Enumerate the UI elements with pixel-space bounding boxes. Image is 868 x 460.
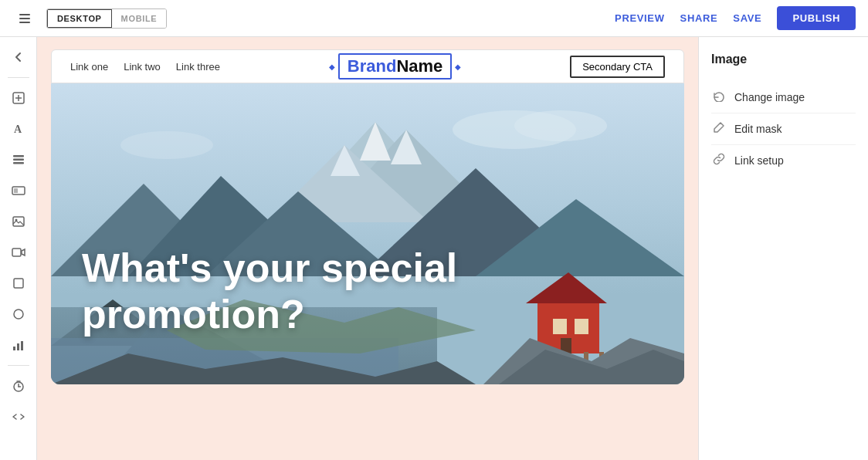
svg-rect-12 [13, 217, 24, 226]
nav-links: Link one Link two Link three [70, 61, 220, 73]
brand-text-highlight: Brand [348, 56, 397, 76]
svg-point-26 [514, 110, 607, 141]
link-setup-icon [711, 153, 727, 168]
hero-text: What's your special promotion? [82, 245, 545, 338]
svg-text:A: A [14, 123, 22, 135]
nav-link-2[interactable]: Link two [124, 61, 161, 73]
svg-rect-1 [19, 18, 30, 19]
preview-button[interactable]: PREVIEW [615, 12, 665, 24]
circle-icon[interactable] [5, 300, 32, 328]
brand-anchor-left: ◆ [329, 63, 335, 71]
svg-point-16 [14, 309, 23, 319]
svg-point-27 [120, 131, 213, 159]
hero-image[interactable]: What's your special promotion? [51, 83, 684, 384]
svg-rect-8 [13, 159, 24, 161]
svg-rect-45 [553, 319, 567, 334]
top-bar: DESKTOP MOBILE PREVIEW SHARE SAVE PUBLIS… [0, 0, 868, 37]
share-button[interactable]: SHARE [680, 12, 718, 24]
svg-rect-0 [19, 14, 30, 15]
nav-link-3[interactable]: Link three [176, 61, 220, 73]
change-image-label: Change image [734, 91, 805, 103]
nav-brand[interactable]: BrandName [338, 53, 452, 79]
panel-title: Image [711, 52, 856, 66]
edit-mask-icon [711, 121, 727, 137]
brand-text-rest: Name [396, 56, 442, 76]
rows-icon[interactable] [5, 146, 32, 174]
canvas-area[interactable]: Link one Link two Link three ◆ BrandName… [37, 37, 698, 460]
device-toggle: DESKTOP MOBILE [46, 8, 167, 29]
edit-mask-item[interactable]: Edit mask [711, 113, 856, 145]
video-icon[interactable] [5, 238, 32, 266]
svg-rect-19 [21, 341, 23, 350]
change-image-icon [711, 90, 727, 105]
timer-icon[interactable] [5, 372, 32, 400]
sidebar-divider-1 [8, 77, 29, 78]
sidebar-divider-2 [8, 365, 29, 366]
svg-rect-7 [13, 155, 24, 157]
nav-link-1[interactable]: Link one [70, 61, 108, 73]
svg-rect-9 [13, 162, 24, 164]
hero-svg [51, 83, 684, 384]
desktop-button[interactable]: DESKTOP [46, 8, 113, 29]
media-query-icon[interactable] [5, 177, 32, 205]
main-area: A [0, 37, 868, 460]
back-nav-icon[interactable] [5, 43, 32, 71]
code-icon[interactable] [5, 403, 32, 431]
svg-rect-18 [17, 343, 19, 350]
right-panel: Image Change image Edit mask Link setup [698, 37, 868, 460]
svg-rect-11 [14, 188, 18, 193]
svg-rect-2 [19, 22, 30, 23]
svg-rect-46 [575, 319, 588, 334]
back-button[interactable] [12, 6, 37, 31]
left-sidebar: A [0, 37, 37, 460]
change-image-item[interactable]: Change image [711, 82, 856, 113]
secondary-cta-button[interactable]: Secondary CTA [570, 56, 665, 78]
edit-mask-label: Edit mask [734, 123, 782, 135]
chart-icon[interactable] [5, 331, 32, 359]
publish-button[interactable]: PUBLISH [777, 6, 856, 30]
nav-brand-wrap: ◆ BrandName ◆ [329, 53, 461, 79]
brand-anchor-right: ◆ [455, 63, 461, 71]
svg-rect-17 [13, 347, 15, 350]
save-button[interactable]: SAVE [733, 12, 761, 24]
text-icon[interactable]: A [5, 115, 32, 143]
link-setup-item[interactable]: Link setup [711, 145, 856, 176]
image-icon[interactable] [5, 208, 32, 235]
box-icon[interactable] [5, 269, 32, 297]
mobile-button[interactable]: MOBILE [112, 9, 167, 28]
link-setup-label: Link setup [734, 154, 784, 167]
top-bar-left: DESKTOP MOBILE [12, 6, 167, 31]
top-bar-right: PREVIEW SHARE SAVE PUBLISH [615, 6, 856, 30]
svg-rect-15 [14, 279, 23, 288]
canvas-inner: Link one Link two Link three ◆ BrandName… [51, 49, 684, 448]
canvas-navbar: Link one Link two Link three ◆ BrandName… [51, 49, 684, 83]
add-section-icon[interactable] [5, 84, 32, 112]
svg-rect-14 [12, 249, 21, 256]
